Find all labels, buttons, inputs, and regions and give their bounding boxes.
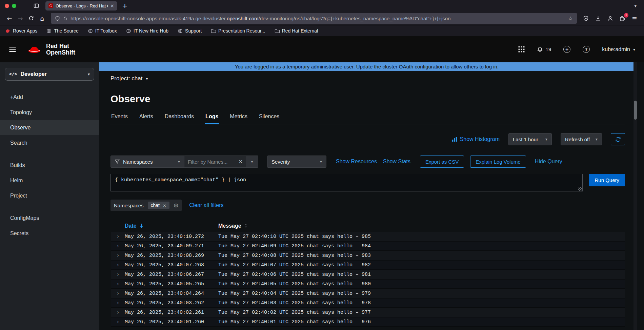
sidebar-item-secrets[interactable]: Secrets [0,226,99,241]
nav-toggle-icon[interactable] [9,46,16,52]
sidebar-item-helm[interactable]: Helm [0,173,99,188]
browser-menu-icon[interactable]: ≡ [632,15,637,22]
bookmark-the-source[interactable]: The Source [46,28,78,34]
sidebar-item-builds[interactable]: Builds [0,158,99,173]
extensions-icon[interactable]: 1 [620,16,625,21]
expand-row-chevron-icon[interactable]: › [111,309,125,315]
clear-input-icon[interactable]: × [235,159,246,165]
table-row[interactable]: › May 26, 2025, 23:40:04.264 Tue May 27 … [111,289,625,298]
tab-list-chevron-icon[interactable]: ▾ [634,3,637,8]
namespaces-filter-select[interactable]: Namespaces ▾ [110,156,184,168]
run-query-button[interactable]: Run Query [589,174,625,186]
sidebar-item-project[interactable]: Project [0,188,99,203]
chevron-down-icon[interactable]: ▾ [146,76,148,81]
refresh-interval-select[interactable]: Refresh off ▾ [561,133,602,145]
expand-row-chevron-icon[interactable]: › [111,243,125,249]
expand-row-chevron-icon[interactable]: › [111,319,125,325]
forward-button[interactable]: → [15,15,26,22]
table-row[interactable]: › May 26, 2025, 23:40:06.267 Tue May 27 … [111,270,625,280]
perspective-switcher[interactable]: </> Developer ▾ [5,68,94,81]
lock-icon[interactable] [63,16,67,21]
tab-dashboards[interactable]: Dashboards [164,114,195,124]
remove-chip-icon[interactable]: × [163,203,166,208]
home-button[interactable]: ⌂ [37,15,47,22]
window-zoom-button[interactable] [12,4,16,8]
bookmark-support[interactable]: Support [178,28,202,34]
expand-row-chevron-icon[interactable]: › [111,252,125,259]
expand-row-chevron-icon[interactable]: › [111,233,125,240]
resize-grip[interactable] [578,187,582,191]
query-editor[interactable]: { kubernetes_namespace_name="chat" } | j… [110,174,583,191]
show-histogram-link[interactable]: Show Histogram [452,136,500,142]
notifications-button[interactable]: 19 [537,46,551,53]
name-filter-input[interactable] [184,159,235,165]
new-tab-button[interactable]: + [122,2,128,9]
sidebar-item-add[interactable]: +Add [0,89,99,105]
project-selector[interactable]: Project: chat [110,75,143,82]
help-icon[interactable]: ? [583,46,590,53]
expand-row-chevron-icon[interactable]: › [111,281,125,287]
clear-all-filters-link[interactable]: Clear all filters [189,202,223,208]
pocket-icon[interactable] [583,16,589,21]
bookmark-rover-apps[interactable]: Rover Apps [5,28,37,34]
bookmark-it-toolbox[interactable]: IT Toolbox [88,28,117,34]
explain-log-volume-button[interactable]: Explain Log Volume [470,156,526,168]
sidebar-item-topology[interactable]: Topology [0,105,99,120]
table-row[interactable]: › May 26, 2025, 23:40:10.272 Tue May 27 … [111,232,625,242]
severity-filter-select[interactable]: Severity ▾ [267,156,326,168]
sidebar-item-observe[interactable]: Observe [0,120,99,135]
show-resources-link[interactable]: Show Resources [336,159,377,165]
tab-events[interactable]: Events [110,114,128,124]
tab-close-icon[interactable]: × [110,3,114,8]
name-filter-dropdown[interactable]: ▾ [246,156,258,167]
refresh-now-button[interactable] [611,133,625,145]
table-row[interactable]: › May 26, 2025, 23:40:07.268 Tue May 27 … [111,261,625,270]
sidebar-item-search[interactable]: Search [0,135,99,150]
app-launcher-icon[interactable] [518,46,525,53]
remove-chip-group-icon[interactable]: ⊗ [174,203,178,208]
bookmark-folder-redhat-external[interactable]: Red Hat External [275,28,318,34]
namespace-chip[interactable]: chat × [148,202,169,209]
scrollbar-thumb[interactable] [634,101,637,120]
table-row[interactable]: › May 26, 2025, 23:40:02.261 Tue May 27 … [111,308,625,317]
browser-tab[interactable]: Observe · Logs · Red Hat OpenS × [45,1,117,11]
hide-query-link[interactable]: Hide Query [535,159,562,165]
cluster-oauth-link[interactable]: cluster OAuth configuration [382,64,444,69]
table-row[interactable]: › May 26, 2025, 23:40:09.271 Tue May 27 … [111,242,625,251]
downloads-icon[interactable] [595,16,601,21]
firefox-view-icon[interactable] [33,3,39,8]
table-row[interactable]: › May 26, 2025, 23:40:08.269 Tue May 27 … [111,251,625,261]
table-row[interactable]: › May 26, 2025, 23:40:03.262 Tue May 27 … [111,298,625,308]
column-header-message[interactable]: Message [218,223,625,229]
time-range-select[interactable]: Last 1 hour ▾ [508,133,552,145]
redhat-openshift-logo[interactable]: Red Hat OpenShift [26,43,75,56]
bookmark-folder-presentation[interactable]: Presentation Resour... [211,28,265,34]
reload-button[interactable] [26,16,37,21]
expand-row-chevron-icon[interactable]: › [111,271,125,277]
tab-metrics[interactable]: Metrics [229,114,248,124]
url-bar[interactable]: https://console-openshift-console.apps.e… [51,13,577,24]
account-icon[interactable] [607,16,613,21]
tab-alerts[interactable]: Alerts [139,114,154,124]
expand-row-chevron-icon[interactable]: › [111,290,125,296]
content-scrollbar[interactable] [633,62,637,330]
tab-logs[interactable]: Logs [205,114,219,124]
expand-row-chevron-icon[interactable]: › [111,262,125,268]
tab-silences[interactable]: Silences [258,114,280,124]
sidebar-item-configmaps[interactable]: ConfigMaps [0,210,99,226]
bookmark-star-icon[interactable]: ☆ [568,15,573,22]
table-row[interactable]: › May 26, 2025, 23:40:05.265 Tue May 27 … [111,280,625,289]
export-csv-button[interactable]: Export as CSV [420,156,464,168]
table-row[interactable]: › May 26, 2025, 23:40:01.260 Tue May 27 … [111,317,625,327]
bookmark-it-new-hire-hub[interactable]: IT New Hire Hub [126,28,168,34]
user-menu[interactable]: kube:admin ▾ [602,46,635,53]
url-path: /dev-monitoring/ns/chat/logs?q={+kuberne… [259,16,451,21]
log-date: May 26, 2025, 23:40:03.262 [125,300,218,306]
show-stats-link[interactable]: Show Stats [383,159,410,165]
window-close-button[interactable] [5,4,9,8]
column-header-date[interactable]: Date ↓ [125,223,218,229]
tracking-protection-shield-icon[interactable] [55,16,60,21]
back-button[interactable]: ← [4,15,15,22]
expand-row-chevron-icon[interactable]: › [111,300,125,306]
quick-create-icon[interactable]: + [563,46,570,53]
